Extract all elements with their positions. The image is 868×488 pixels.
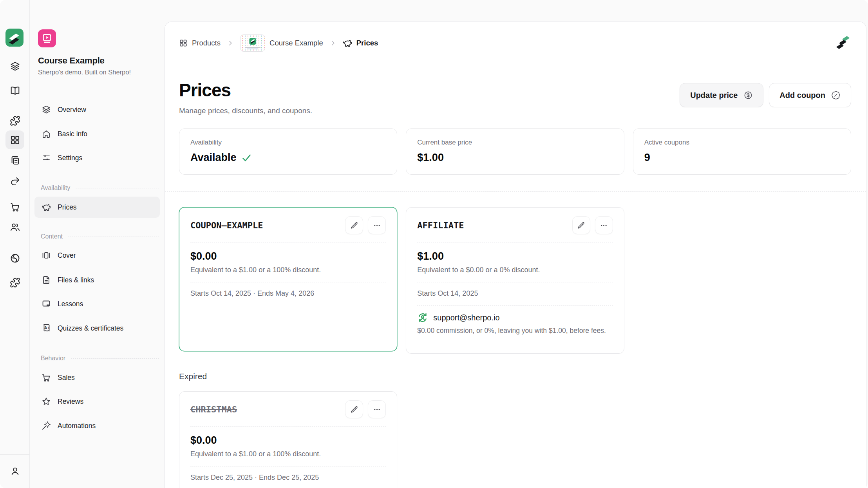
rail-grid-icon-active[interactable] bbox=[5, 130, 24, 149]
expired-coupons-grid: CHRISTMAS $0.00 Equivalent to a $1.00 or… bbox=[179, 391, 851, 488]
sidebar-item-sales[interactable]: Sales bbox=[34, 369, 160, 386]
expired-heading: Expired bbox=[179, 372, 851, 381]
sidebar-item-settings[interactable]: Settings bbox=[34, 149, 160, 166]
breadcrumb: Products Course Example Prices bbox=[179, 34, 851, 52]
card-divider bbox=[417, 305, 613, 306]
coupon-code: AFFILIATE bbox=[417, 221, 464, 230]
sidebar-item-label: Settings bbox=[58, 154, 82, 162]
sidebar-item-label: Automations bbox=[58, 422, 96, 430]
sidebar-item-basic-info[interactable]: Basic info bbox=[34, 125, 160, 143]
main-panel: Products Course Example Prices Prices Ma… bbox=[165, 22, 866, 488]
sidebar-item-label: Reviews bbox=[58, 398, 83, 406]
sidebar-item-label: Quizzes & certificates bbox=[58, 324, 123, 333]
rail-pages-icon[interactable] bbox=[10, 155, 20, 166]
icon-rail bbox=[0, 0, 30, 488]
app-window: Course Example Sherpo's demo. Built on S… bbox=[0, 0, 868, 488]
update-price-label: Update price bbox=[690, 91, 738, 100]
sidebar-item-label: Files & links bbox=[58, 276, 94, 284]
sidebar-item-cover[interactable]: Cover bbox=[34, 247, 160, 264]
stat-card-base-price: Current base price $1.00 bbox=[406, 128, 624, 175]
certificate-icon bbox=[42, 324, 51, 333]
add-coupon-button[interactable]: Add coupon bbox=[769, 83, 851, 107]
rail-book-open-icon[interactable] bbox=[10, 85, 20, 96]
rail-user-icon[interactable] bbox=[10, 466, 20, 476]
sidebar-divider bbox=[35, 88, 159, 88]
sidebar-item-label: Cover bbox=[58, 251, 76, 260]
coupon-equivalent: Equivalent to a $1.00 or a 100% discount… bbox=[190, 266, 386, 274]
breadcrumb-products[interactable]: Products bbox=[179, 39, 221, 47]
coupon-equivalent: Equivalent to a $0.00 or a 0% discount. bbox=[417, 266, 613, 274]
breadcrumb-course-example[interactable]: Course Example bbox=[240, 34, 323, 52]
card-divider bbox=[417, 282, 613, 282]
badge-percent-icon bbox=[831, 90, 841, 100]
breadcrumb-prices[interactable]: Prices bbox=[343, 38, 378, 48]
sherpo-brand-icon bbox=[835, 35, 851, 51]
stat-label: Availability bbox=[190, 139, 386, 146]
coupon-card-coupon-example: COUPON–EXAMPLE $0.00 Equivalent to a $1.… bbox=[179, 207, 397, 351]
rail-puzzle-icon[interactable] bbox=[10, 116, 20, 126]
rail-layers-icon[interactable] bbox=[10, 61, 20, 72]
edit-coupon-button[interactable] bbox=[345, 400, 363, 418]
sidebar-item-files-links[interactable]: Files & links bbox=[34, 271, 160, 289]
coupon-code: COUPON–EXAMPLE bbox=[190, 221, 263, 230]
coupon-price: $1.00 bbox=[417, 250, 613, 262]
section-divider bbox=[165, 191, 866, 192]
rail-cart-icon[interactable] bbox=[10, 202, 20, 212]
stat-label: Current base price bbox=[417, 139, 613, 146]
rail-redo-arrow-icon[interactable] bbox=[10, 176, 20, 186]
rail-puzzle2-icon[interactable] bbox=[10, 277, 20, 288]
sidebar: Course Example Sherpo's demo. Built on S… bbox=[30, 0, 165, 488]
page-subtitle: Manage prices, discounts, and coupons. bbox=[179, 107, 312, 115]
shopping-cart-icon bbox=[42, 373, 51, 382]
sherpo-logo-icon[interactable] bbox=[5, 29, 24, 47]
sidebar-item-quizzes-certificates[interactable]: Quizzes & certificates bbox=[34, 320, 160, 337]
sidebar-item-label: Lessons bbox=[58, 300, 83, 308]
edit-coupon-button[interactable] bbox=[345, 216, 363, 234]
gallery-panel-icon bbox=[42, 251, 51, 260]
stat-label: Active coupons bbox=[644, 139, 840, 146]
course-avatar-icon[interactable] bbox=[38, 29, 56, 47]
sidebar-item-label: Sales bbox=[58, 374, 75, 382]
affiliate-note: $0.00 commission, or 0%, leaving you wit… bbox=[417, 325, 613, 336]
affiliate-referral-icon bbox=[417, 312, 428, 323]
laptop-icon bbox=[42, 299, 51, 309]
page-header: Prices Manage prices, discounts, and cou… bbox=[179, 80, 851, 115]
piggy-bank-icon bbox=[343, 38, 352, 48]
card-divider bbox=[190, 282, 386, 282]
sidebar-item-automations[interactable]: Automations bbox=[34, 417, 160, 434]
coupon-dates: Starts Oct 14, 2025 · Ends May 4, 2026 bbox=[190, 289, 386, 298]
page-title: Prices bbox=[179, 80, 312, 100]
coupon-dates: Starts Oct 14, 2025 bbox=[417, 289, 613, 298]
check-icon bbox=[241, 152, 252, 163]
card-divider bbox=[417, 242, 613, 242]
star-icon bbox=[42, 397, 51, 406]
sidebar-item-reviews[interactable]: Reviews bbox=[34, 393, 160, 410]
coupon-menu-button[interactable] bbox=[595, 216, 613, 234]
grid-icon bbox=[179, 39, 188, 47]
rail-globe-icon[interactable] bbox=[10, 253, 20, 264]
update-price-button[interactable]: Update price bbox=[680, 83, 763, 107]
coupon-price: $0.00 bbox=[190, 250, 386, 262]
rail-users-icon[interactable] bbox=[10, 222, 20, 232]
file-text-icon bbox=[42, 275, 51, 285]
stat-value: $1.00 bbox=[417, 152, 613, 164]
coupon-menu-button[interactable] bbox=[368, 216, 386, 234]
coupon-code: CHRISTMAS bbox=[190, 405, 237, 414]
page-actions: Update price Add coupon bbox=[680, 83, 851, 107]
coupon-menu-button[interactable] bbox=[368, 400, 386, 418]
course-subtitle: Sherpo's demo. Built on Sherpo! bbox=[38, 69, 131, 76]
circle-dollar-icon bbox=[743, 90, 753, 100]
sidebar-item-label: Overview bbox=[58, 106, 86, 114]
course-thumbnail bbox=[240, 34, 265, 52]
stats-row: Availability Available Current base pric… bbox=[179, 128, 851, 175]
sidebar-item-lessons[interactable]: Lessons bbox=[34, 295, 160, 313]
sidebar-item-label: Prices bbox=[58, 203, 77, 211]
edit-coupon-button[interactable] bbox=[572, 216, 590, 234]
coupon-card-affiliate: AFFILIATE $1.00 Equivalent to a $0.00 or… bbox=[406, 207, 624, 354]
chevron-right-icon bbox=[329, 39, 337, 47]
home-icon bbox=[42, 129, 51, 139]
sidebar-item-prices[interactable]: Prices bbox=[34, 197, 160, 218]
add-coupon-label: Add coupon bbox=[779, 91, 825, 100]
sliders-icon bbox=[42, 153, 51, 163]
sidebar-item-overview[interactable]: Overview bbox=[34, 101, 160, 118]
